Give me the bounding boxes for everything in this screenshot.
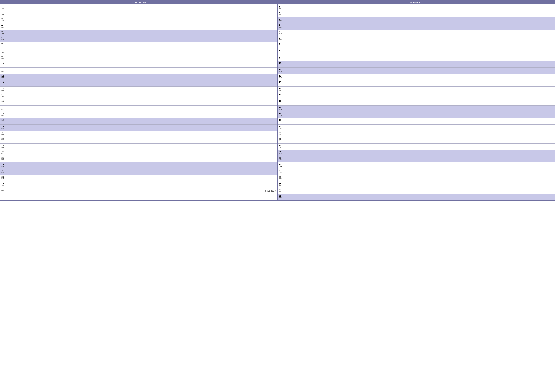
day-number: 4: [279, 24, 282, 27]
day-number: 18: [1, 113, 5, 115]
day-name: PET: [1, 159, 5, 161]
day-row: 19SOB: [0, 118, 278, 125]
day-name: PON: [1, 178, 5, 180]
day-number: 12: [279, 75, 282, 77]
day-number: 16: [1, 100, 5, 102]
day-row: 9SRE: [0, 55, 278, 61]
month-col-december-2022: December 20221ČET2PET3SOB4NED5PON6TOR7SR…: [278, 0, 555, 200]
day-name: SRE: [279, 134, 282, 135]
day-number: 3: [1, 18, 5, 20]
day-number: 5: [1, 30, 5, 33]
day-number: 20: [279, 125, 282, 128]
day-name: PON: [1, 90, 5, 91]
day-row: 2SRE: [0, 11, 278, 17]
day-row: 18NED: [278, 112, 555, 118]
day-row: 11PET: [0, 68, 278, 74]
day-row: 3ČET: [0, 17, 278, 23]
day-row: 24SOB: [278, 150, 555, 156]
day-row: 21PON: [0, 131, 278, 137]
day-number: 13: [1, 81, 5, 84]
day-row: 7PON: [0, 42, 278, 49]
month-header-december-2022: December 2022: [278, 0, 555, 4]
day-row: 13NED: [0, 80, 278, 87]
day-name: SOB: [279, 153, 282, 154]
day-name: NED: [1, 172, 5, 173]
day-number: 12: [1, 75, 5, 77]
day-number: 3: [279, 18, 282, 20]
day-row: 28SRE: [278, 175, 555, 181]
day-row: 31SOB: [278, 194, 555, 200]
day-name: ČET: [279, 52, 282, 53]
day-number: 4: [1, 24, 5, 27]
day-name: ČET: [279, 185, 282, 186]
day-row: 7SRE: [278, 42, 555, 49]
day-name: PET: [1, 27, 5, 28]
day-row: 20TOR: [278, 125, 555, 131]
day-row: 29ČET: [278, 181, 555, 188]
day-name: ČET: [1, 20, 5, 22]
day-number: 10: [1, 62, 5, 64]
day-name: SOB: [1, 166, 5, 167]
day-row: 26PON: [278, 163, 555, 169]
day-name: PON: [279, 166, 282, 167]
day-number: 21: [1, 131, 5, 134]
day-number: 7: [279, 43, 282, 45]
day-number: 9: [279, 56, 282, 58]
day-number: 17: [279, 106, 282, 109]
day-name: NED: [279, 27, 282, 28]
day-number: 30: [1, 189, 5, 192]
day-number: 11: [1, 68, 5, 71]
calendar-container: November 20221TOR2SRE3ČET4PET5SOB6NED7PO…: [0, 0, 555, 200]
day-row: 22ČET: [278, 137, 555, 143]
day-row: 12PON: [278, 74, 555, 80]
day-number: 25: [279, 157, 282, 159]
day-number: 20: [1, 125, 5, 128]
day-number: 2: [279, 11, 282, 14]
day-name: SRE: [1, 14, 5, 15]
day-row: 22TOR: [0, 137, 278, 143]
day-name: PET: [1, 115, 5, 116]
watermark: 7CALENDAR: [263, 189, 276, 193]
day-number: 23: [279, 144, 282, 147]
day-row: 11NED: [278, 68, 555, 74]
day-name: SOB: [279, 20, 282, 22]
day-row: 6NED: [0, 36, 278, 42]
day-row: 29TOR: [0, 181, 278, 188]
day-name: TOR: [1, 96, 5, 98]
day-row: 14SRE: [278, 87, 555, 93]
day-row: 30PET: [278, 188, 555, 194]
day-row: 3SOB: [278, 17, 555, 23]
day-name: PON: [279, 33, 282, 34]
day-name: NED: [279, 115, 282, 116]
day-number: 5: [279, 30, 282, 33]
day-row: 10ČET: [0, 61, 278, 68]
day-name: PET: [279, 147, 282, 148]
day-name: NED: [279, 159, 282, 161]
day-number: 28: [279, 176, 282, 178]
day-name: TOR: [279, 172, 282, 173]
day-number: 13: [279, 81, 282, 84]
day-row: 16PET: [278, 99, 555, 106]
day-name: SRE: [1, 192, 5, 193]
day-name: SRE: [1, 147, 5, 148]
day-number: 14: [1, 87, 5, 90]
day-name: PET: [279, 102, 282, 104]
day-number: 1: [279, 5, 282, 7]
day-name: NED: [279, 71, 282, 72]
day-row: 25NED: [278, 156, 555, 163]
day-number: 22: [1, 138, 5, 140]
day-row: 25PET: [0, 156, 278, 163]
day-row: 13TOR: [278, 80, 555, 87]
day-number: 2: [1, 11, 5, 14]
day-row: 27TOR: [278, 169, 555, 175]
day-row: 12SOB: [0, 74, 278, 80]
day-row: 28PON: [0, 175, 278, 181]
day-row: 15TOR: [0, 93, 278, 99]
day-row: 19PON: [278, 118, 555, 125]
day-name: TOR: [1, 7, 5, 9]
day-row: 26SOB: [0, 163, 278, 169]
day-row: 17ČET: [0, 106, 278, 112]
day-name: NED: [1, 84, 5, 85]
day-number: 24: [279, 150, 282, 153]
day-name: SOB: [1, 77, 5, 78]
